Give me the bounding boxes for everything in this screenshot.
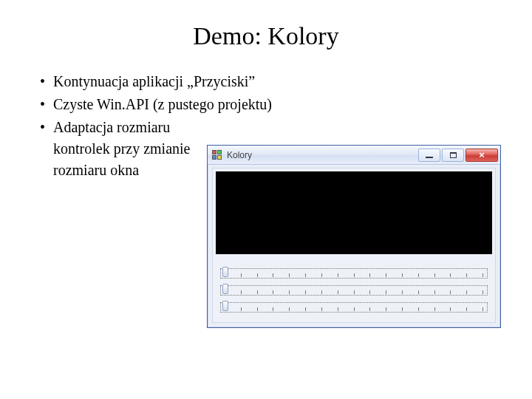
close-button[interactable]: × [466, 149, 498, 162]
window-title: Kolory [227, 150, 252, 160]
app-icon [212, 150, 222, 160]
color-preview-panel [216, 171, 492, 254]
window-buttons: × [418, 149, 499, 162]
client-area [212, 168, 496, 323]
slider-thumb[interactable] [222, 301, 228, 311]
slider-thumb[interactable] [222, 284, 228, 294]
sliders-container [216, 262, 492, 319]
bullet-item: Kontynuacja aplikacji „Przyciski” [40, 71, 497, 92]
bullet-item: Adaptacja rozmiaru kontrolek przy zmiani… [40, 117, 217, 181]
titlebar[interactable]: Kolory × [208, 146, 500, 165]
slide-title: Demo: Kolory [35, 22, 497, 50]
slider-blue[interactable] [220, 300, 488, 315]
maximize-button[interactable] [442, 149, 464, 162]
slider-thumb[interactable] [222, 267, 228, 277]
app-window: Kolory × [207, 145, 501, 328]
bullet-item: Czyste Win.API (z pustego projektu) [40, 94, 497, 115]
minimize-button[interactable] [418, 149, 440, 162]
slider-green[interactable] [220, 283, 488, 298]
slider-red[interactable] [220, 266, 488, 281]
